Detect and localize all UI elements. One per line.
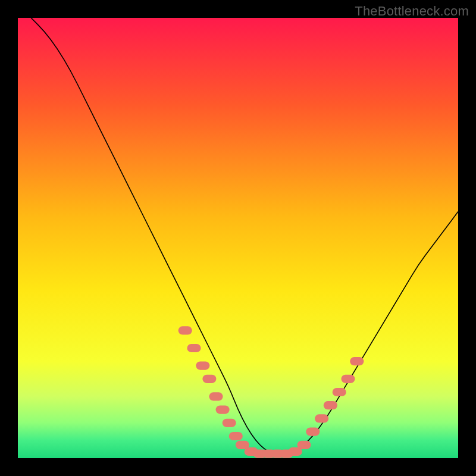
highlight-dot: [202, 375, 216, 383]
highlight-dot: [178, 326, 192, 334]
highlight-dot: [341, 375, 355, 383]
highlight-dot: [187, 344, 201, 352]
gradient-background: [18, 18, 458, 458]
plot-svg: [18, 18, 458, 458]
highlight-dot: [297, 441, 311, 449]
highlight-dot: [333, 388, 346, 396]
highlight-dot: [324, 401, 337, 409]
highlight-dot: [350, 357, 364, 365]
highlight-dot: [306, 427, 320, 436]
highlight-dot: [229, 432, 243, 440]
plot-area: [18, 18, 458, 458]
highlight-dot: [223, 419, 236, 427]
watermark-text: TheBottleneck.com: [355, 4, 469, 19]
highlight-dot: [209, 392, 223, 400]
highlight-dot: [196, 361, 209, 369]
highlight-dot: [315, 414, 328, 422]
chart-frame: TheBottleneck.com: [0, 0, 476, 476]
highlight-dot: [216, 405, 230, 414]
